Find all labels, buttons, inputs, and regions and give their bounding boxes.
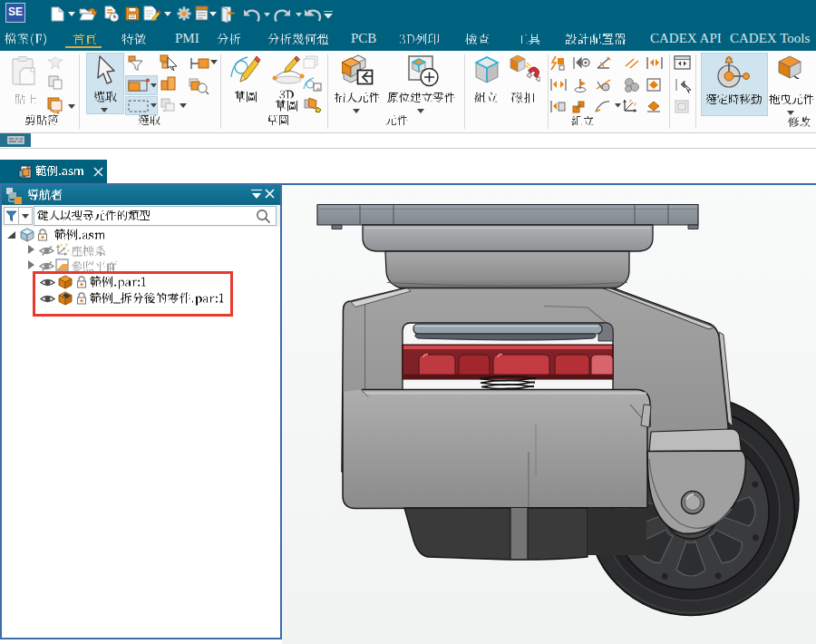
- svg-text:y: y: [65, 242, 68, 247]
- svg-text:y: y: [634, 101, 636, 106]
- svg-text:z: z: [629, 98, 632, 103]
- svg-text:x: x: [67, 248, 70, 253]
- svg-text:z: z: [60, 242, 63, 248]
